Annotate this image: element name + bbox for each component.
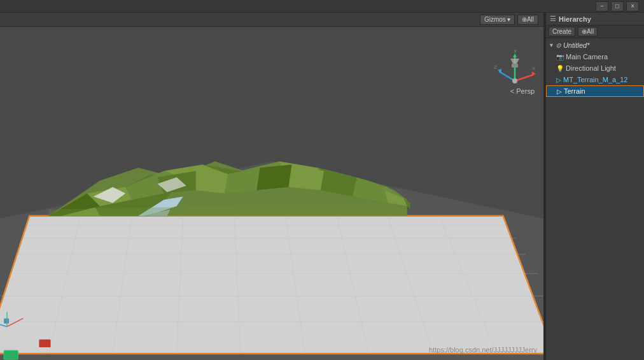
persp-label: < Persp (510, 87, 535, 95)
scene-view: Gizmos ▾ ⊕All (0, 13, 543, 360)
untitled-label: Untitled* (563, 41, 590, 49)
svg-marker-35 (196, 171, 228, 193)
all-button[interactable]: ⊕All (517, 15, 538, 25)
close-button[interactable]: × (626, 1, 639, 11)
gizmos-button[interactable]: Gizmos ▾ (480, 15, 515, 25)
gizmos-label: Gizmos (484, 16, 506, 23)
maximize-button[interactable]: □ (611, 1, 624, 11)
minimize-button[interactable]: − (596, 1, 608, 11)
hierarchy-header: ☰ Hierarchy (546, 13, 644, 25)
svg-rect-48 (39, 340, 50, 347)
svg-rect-50 (4, 350, 18, 359)
hierarchy-item-directional-light[interactable]: 💡 Directional Light (546, 62, 644, 74)
directional-light-label: Directional Light (566, 64, 616, 72)
svg-point-63 (512, 78, 517, 83)
expand-icon: ▼ (549, 42, 554, 48)
scene-svg (0, 27, 543, 360)
title-bar: − □ × (0, 0, 644, 13)
svg-line-55 (515, 75, 534, 81)
hierarchy-toolbar: Create ⊕All (546, 25, 644, 38)
main-content: Gizmos ▾ ⊕All (0, 13, 644, 360)
all-label: ⊕All (522, 16, 534, 23)
svg-text:Y: Y (514, 48, 517, 54)
hierarchy-item-main-camera[interactable]: 📷 Main Camera (546, 51, 644, 62)
terrain-icon: ▷ (557, 88, 562, 95)
main-camera-label: Main Camera (566, 53, 608, 61)
gizmos-dropdown-icon: ▾ (507, 16, 510, 23)
svg-text:X: X (532, 66, 536, 71)
svg-rect-65 (512, 64, 518, 68)
svg-text:Z: Z (494, 64, 497, 70)
watermark: https://blog.csdn.net/JJJJJJJJJerry (429, 346, 537, 354)
hierarchy-item-terrain[interactable]: ▷ Terrain (546, 85, 644, 97)
gizmo[interactable]: Y X Z (493, 46, 537, 90)
hierarchy-title: Hierarchy (559, 15, 591, 23)
create-button[interactable]: Create (549, 27, 575, 36)
svg-marker-64 (510, 59, 519, 64)
hierarchy-panel: ☰ Hierarchy Create ⊕All ▼ ⚙ Untitled* 📷 … (545, 13, 644, 360)
terrain-obj-icon: ▷ (556, 76, 561, 83)
svg-marker-37 (256, 164, 291, 190)
scene-icon: ⚙ (556, 42, 561, 49)
terrain-label: Terrain (564, 87, 585, 95)
hierarchy-all-button[interactable]: ⊕All (578, 27, 598, 36)
mt-terrain-label: MT_Terrain_M_a_12 (563, 76, 628, 83)
svg-marker-3 (0, 216, 543, 354)
hierarchy-item-mt-terrain[interactable]: ▷ MT_Terrain_M_a_12 (546, 74, 644, 85)
scene-toolbar: Gizmos ▾ ⊕All (0, 13, 543, 27)
hierarchy-item-untitled[interactable]: ▼ ⚙ Untitled* (546, 40, 644, 51)
svg-line-56 (499, 71, 515, 81)
scene-canvas[interactable]: Y X Z < Persp https://blog.csdn.net/JJJJ… (0, 27, 543, 360)
svg-rect-49 (4, 319, 9, 324)
camera-icon: 📷 (556, 54, 564, 61)
light-icon: 💡 (556, 65, 564, 72)
hierarchy-tree: ▼ ⚙ Untitled* 📷 Main Camera 💡 Directiona… (546, 38, 644, 360)
